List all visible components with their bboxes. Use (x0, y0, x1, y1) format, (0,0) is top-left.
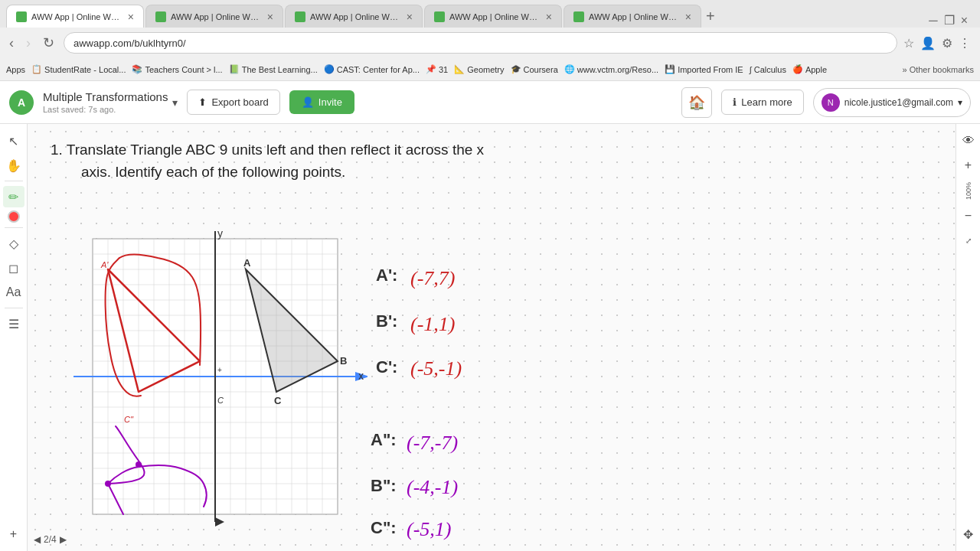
tab-3[interactable]: AWW App | Online Whiteboard × (285, 5, 423, 28)
address-bar-icons: ☆ 👤 ⚙ ⋮ (903, 36, 974, 51)
page-prev[interactable]: ◀ (34, 534, 41, 545)
header-right: 🏠 ℹ Learn more N nicole.justice1@gmail.c… (681, 87, 971, 118)
tab-favicon-1 (16, 11, 27, 22)
bookmark-vctm[interactable]: 🌐 www.vctm.org/Reso... (564, 64, 658, 74)
tab-1[interactable]: AWW App | Online Whiteboard × (6, 5, 144, 28)
svg-text:(-7,7): (-7,7) (410, 267, 455, 289)
tab-close-1[interactable]: × (128, 11, 134, 23)
minimize-button[interactable]: ─ (929, 14, 937, 28)
svg-text:C":: C": (371, 518, 397, 537)
user-avatar: N (822, 93, 840, 112)
text-tool[interactable]: Aa (3, 282, 24, 303)
main-layout: ↖ ✋ ✏ ◇ ◻ Aa ☰ + 1. Translate Triangle A… (0, 124, 980, 551)
page-indicator: ◀ 2/4 ▶ (34, 534, 67, 545)
new-tab-button[interactable]: + (706, 5, 715, 28)
close-button[interactable]: × (961, 14, 968, 28)
svg-text:(-7,-7): (-7,-7) (407, 432, 458, 454)
star-icon[interactable]: ☆ (903, 36, 914, 51)
zoom-level: 100% (965, 179, 972, 202)
bookmark-coursera[interactable]: 🎓 Coursera (511, 64, 558, 74)
board-title-block: Multiple Transformations Last saved: 7s … (43, 90, 168, 114)
tab-close-2[interactable]: × (267, 11, 273, 23)
svg-point-48 (105, 481, 111, 487)
bookmark-calculus[interactable]: ∫ Calculus (750, 65, 786, 74)
profile-icon[interactable]: 👤 (920, 36, 936, 51)
back-button[interactable]: ‹ (6, 32, 17, 54)
restore-button[interactable]: ❐ (944, 13, 955, 28)
eraser-tool[interactable]: ◇ (3, 233, 24, 254)
user-email: nicole.justice1@gmail.com (844, 97, 953, 108)
toolbar-separator-3 (5, 308, 23, 308)
reload-button[interactable]: ↻ (40, 31, 57, 54)
info-icon: ℹ (733, 96, 737, 108)
app-logo: A (9, 90, 34, 115)
svg-text:+: + (217, 366, 222, 374)
board-title-area: Multiple Transformations Last saved: 7s … (43, 90, 178, 114)
tab-label-3: AWW App | Online Whiteboard (310, 12, 402, 21)
tab-close-3[interactable]: × (407, 11, 413, 23)
user-dropdown-arrow: ▾ (958, 97, 962, 108)
zoom-in-button[interactable]: + (958, 155, 979, 176)
shape-tool[interactable]: ◻ (3, 257, 24, 279)
select-tool[interactable]: ↖ (3, 130, 24, 152)
right-toolbar: 👁 + 100% − ⤢ ✥ (956, 124, 980, 551)
pan-tool[interactable]: ✋ (3, 155, 24, 176)
cursor-button[interactable]: ✥ (958, 523, 979, 545)
svg-text:(-4,-1): (-4,-1) (407, 476, 458, 498)
user-area[interactable]: N nicole.justice1@gmail.com ▾ (813, 88, 971, 117)
bookmark-teachers[interactable]: 📚 Teachers Count > l... (132, 64, 222, 74)
zoom-out-button[interactable]: − (958, 205, 979, 227)
learn-more-button[interactable]: ℹ Learn more (721, 90, 803, 115)
toolbar-separator-2 (5, 227, 23, 228)
bookmark-apple[interactable]: 🍎 Apple (792, 64, 827, 74)
app-header: A Multiple Transformations Last saved: 7… (0, 81, 980, 124)
page-next[interactable]: ▶ (60, 534, 67, 545)
bookmark-31[interactable]: 📌 31 (426, 64, 448, 74)
export-icon: ⬆ (198, 96, 207, 108)
svg-text:(-5,-1): (-5,-1) (410, 357, 462, 380)
menu-icon[interactable]: ⋮ (959, 36, 971, 51)
svg-text:C'': C'' (124, 415, 134, 424)
page-number: 2/4 (44, 534, 57, 545)
svg-text:(-1,1): (-1,1) (410, 313, 455, 335)
export-button[interactable]: ⬆ Export board (187, 90, 279, 115)
svg-text:y: y (217, 227, 223, 240)
bookmark-apps[interactable]: Apps (6, 65, 25, 74)
pen-tool[interactable]: ✏ (3, 186, 24, 207)
tab-close-4[interactable]: × (546, 11, 552, 23)
forward-button[interactable]: › (23, 32, 34, 54)
svg-text:C: C (274, 395, 282, 406)
canvas-area[interactable]: 1. Translate Triangle ABC 9 units left a… (28, 124, 956, 551)
bookmark-ie[interactable]: 💾 Imported From IE (665, 64, 743, 74)
svg-text:A: A (243, 257, 251, 269)
bookmark-more[interactable]: » Other bookmarks (902, 65, 974, 74)
browser-chrome: AWW App | Online Whiteboard × AWW App | … (0, 0, 980, 81)
bookmark-studentrate[interactable]: 📋 StudentRate - Local... (31, 64, 126, 74)
svg-text:A":: A": (371, 430, 397, 449)
color-picker[interactable] (8, 210, 20, 223)
visibility-toggle[interactable]: 👁 (958, 130, 979, 152)
layers-tool[interactable]: ☰ (3, 313, 24, 334)
toolbar-separator-1 (5, 181, 23, 181)
bookmark-learning[interactable]: 📗 The Best Learning... (229, 64, 318, 74)
svg-point-47 (136, 461, 142, 468)
tab-2[interactable]: AWW App | Online Whiteboard × (145, 5, 283, 28)
tab-5[interactable]: AWW App | Online Whiteboard × (564, 5, 701, 28)
bookmark-geometry[interactable]: 📐 Geometry (454, 64, 504, 74)
title-dropdown-arrow[interactable]: ▾ (172, 96, 178, 109)
home-icon: 🏠 (688, 95, 705, 110)
svg-text:A':: A': (376, 266, 397, 285)
tab-close-5[interactable]: × (685, 11, 691, 23)
learn-more-label: Learn more (741, 96, 792, 108)
window-controls: ─ ❐ × (929, 13, 974, 28)
invite-button[interactable]: 👤 Invite (289, 90, 354, 114)
address-bar[interactable]: awwapp.com/b/uklhtyrn0/ (64, 32, 897, 54)
logo-text: A (18, 96, 25, 109)
tab-label-2: AWW App | Online Whiteboard (171, 12, 263, 21)
home-button[interactable]: 🏠 (681, 87, 712, 118)
tab-4[interactable]: AWW App | Online Whiteboard × (424, 5, 562, 28)
fit-screen-button[interactable]: ⤢ (958, 230, 979, 251)
bookmark-cast[interactable]: 🔵 CAST: Center for Ap... (324, 64, 420, 74)
extensions-icon[interactable]: ⚙ (942, 36, 952, 51)
add-tool[interactable]: + (3, 523, 24, 545)
